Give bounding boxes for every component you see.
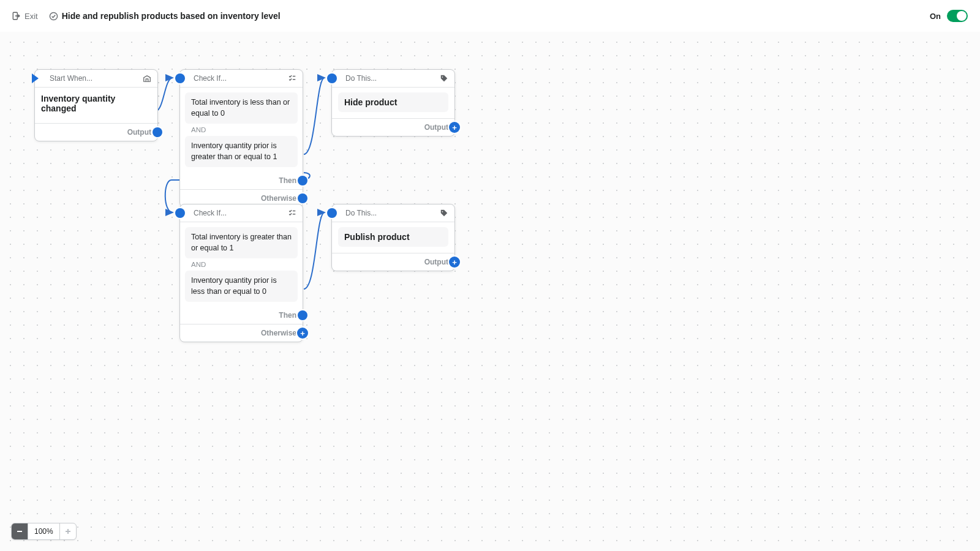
add-otherwise-button[interactable]: + (297, 328, 308, 339)
condition-and: AND (185, 261, 298, 268)
then-port[interactable] (298, 310, 307, 320)
action-title: Hide product (338, 92, 448, 112)
tag-icon (440, 209, 448, 217)
trigger-card[interactable]: Start When... Inventory quantity changed… (34, 69, 158, 141)
action-title: Publish product (338, 227, 448, 247)
output-label: Output (424, 258, 448, 266)
workflow-toggle[interactable] (947, 10, 968, 22)
input-port[interactable] (175, 208, 185, 218)
topbar: Exit Hide and republish products based o… (0, 0, 980, 32)
input-port[interactable] (175, 73, 185, 83)
card-header: Do This... (332, 204, 454, 222)
exit-button[interactable]: Exit (9, 9, 42, 23)
topbar-right: On (930, 10, 968, 22)
tag-icon (440, 74, 448, 83)
add-output-button[interactable]: + (449, 257, 460, 268)
zoom-controls: 100% (11, 523, 77, 540)
condition-text: Total inventory is less than or equal to… (185, 92, 298, 124)
card-type-label: Do This... (345, 209, 377, 217)
check-circle-icon (49, 12, 58, 21)
input-port[interactable] (327, 73, 337, 83)
card-type-label: Do This... (345, 74, 377, 83)
card-type-label: Start When... (50, 74, 92, 83)
topbar-left: Exit Hide and republish products based o… (9, 9, 281, 23)
checklist-icon (288, 74, 296, 83)
checklist-icon (288, 209, 296, 217)
condition-text: Inventory quantity prior is greater than… (185, 136, 298, 167)
condition-text: Total inventory is greater than or equal… (185, 227, 298, 258)
then-label: Then (279, 311, 296, 320)
exit-icon (12, 12, 21, 20)
canvas-wrap: Start When... Inventory quantity changed… (0, 32, 980, 551)
then-label: Then (279, 176, 296, 185)
otherwise-label: Otherwise (261, 194, 296, 203)
canvas[interactable]: Start When... Inventory quantity changed… (0, 32, 980, 551)
card-type-label: Check If... (194, 209, 227, 217)
output-label: Output (424, 123, 448, 132)
card-header: Check If... (180, 204, 303, 222)
svg-rect-4 (67, 529, 69, 534)
card-header: Check If... (180, 70, 303, 88)
play-icon (32, 73, 39, 83)
exit-label: Exit (24, 12, 38, 21)
then-port[interactable] (298, 176, 307, 186)
output-label: Output (127, 128, 151, 137)
otherwise-port[interactable] (298, 193, 307, 203)
title-group: Hide and republish products based on inv… (49, 11, 281, 21)
condition-card-2[interactable]: Check If... Total inventory is greater t… (179, 204, 303, 342)
inventory-icon (143, 74, 151, 83)
trigger-title: Inventory quantity changed (41, 92, 151, 117)
action-card-hide[interactable]: Do This... Hide product Output + (331, 69, 455, 137)
svg-rect-2 (17, 531, 22, 532)
output-port[interactable] (153, 127, 162, 137)
card-type-label: Check If... (194, 74, 227, 83)
input-port[interactable] (327, 208, 337, 218)
condition-card-1[interactable]: Check If... Total inventory is less than… (179, 69, 303, 208)
condition-text: Inventory quantity prior is less than or… (185, 271, 298, 302)
card-header: Do This... (332, 70, 454, 88)
zoom-out-button[interactable] (12, 523, 28, 539)
condition-and: AND (185, 126, 298, 133)
card-header: Start When... (35, 70, 157, 88)
action-card-publish[interactable]: Do This... Publish product Output + (331, 204, 455, 271)
workflow-title: Hide and republish products based on inv… (62, 11, 281, 21)
add-output-button[interactable]: + (449, 122, 460, 133)
zoom-in-button[interactable] (60, 523, 76, 539)
otherwise-label: Otherwise (261, 329, 296, 337)
toggle-state-label: On (930, 12, 941, 21)
zoom-value: 100% (28, 527, 59, 536)
